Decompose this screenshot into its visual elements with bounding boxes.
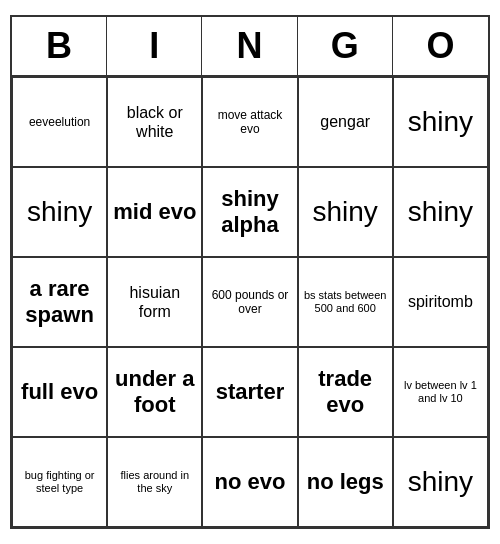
- bingo-cell-20[interactable]: bug fighting or steel type: [12, 437, 107, 527]
- bingo-cell-22[interactable]: no evo: [202, 437, 297, 527]
- bingo-cell-10[interactable]: a rare spawn: [12, 257, 107, 347]
- bingo-cell-24[interactable]: shiny: [393, 437, 488, 527]
- bingo-cell-17[interactable]: starter: [202, 347, 297, 437]
- bingo-cell-11[interactable]: hisuian form: [107, 257, 202, 347]
- bingo-header: B I N G O: [12, 17, 488, 77]
- bingo-cell-4[interactable]: shiny: [393, 77, 488, 167]
- bingo-cell-12[interactable]: 600 pounds or over: [202, 257, 297, 347]
- bingo-cell-5[interactable]: shiny: [12, 167, 107, 257]
- header-g: G: [298, 17, 393, 75]
- bingo-cell-7[interactable]: shiny alpha: [202, 167, 297, 257]
- bingo-cell-3[interactable]: gengar: [298, 77, 393, 167]
- bingo-cell-2[interactable]: move attack evo: [202, 77, 297, 167]
- header-o: O: [393, 17, 488, 75]
- bingo-cell-9[interactable]: shiny: [393, 167, 488, 257]
- bingo-cell-18[interactable]: trade evo: [298, 347, 393, 437]
- header-n: N: [202, 17, 297, 75]
- bingo-cell-6[interactable]: mid evo: [107, 167, 202, 257]
- bingo-grid: eeveelutionblack or whitemove attack evo…: [12, 77, 488, 527]
- header-b: B: [12, 17, 107, 75]
- bingo-cell-21[interactable]: flies around in the sky: [107, 437, 202, 527]
- bingo-cell-13[interactable]: bs stats between 500 and 600: [298, 257, 393, 347]
- bingo-cell-19[interactable]: lv between lv 1 and lv 10: [393, 347, 488, 437]
- bingo-cell-23[interactable]: no legs: [298, 437, 393, 527]
- bingo-card: B I N G O eeveelutionblack or whitemove …: [10, 15, 490, 529]
- header-i: I: [107, 17, 202, 75]
- bingo-cell-0[interactable]: eeveelution: [12, 77, 107, 167]
- bingo-cell-14[interactable]: spiritomb: [393, 257, 488, 347]
- bingo-cell-16[interactable]: under a foot: [107, 347, 202, 437]
- bingo-cell-1[interactable]: black or white: [107, 77, 202, 167]
- bingo-cell-15[interactable]: full evo: [12, 347, 107, 437]
- bingo-cell-8[interactable]: shiny: [298, 167, 393, 257]
